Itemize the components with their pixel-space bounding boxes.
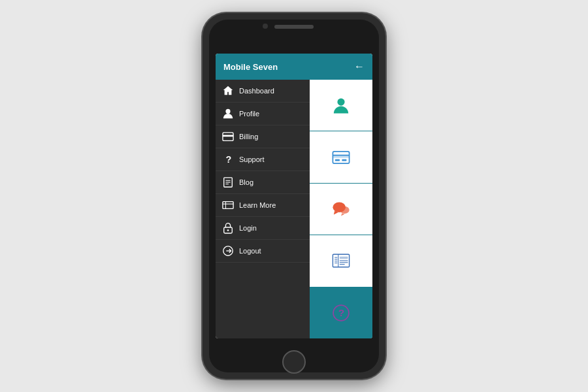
- menu-item-support[interactable]: ? Support: [216, 148, 310, 171]
- document-icon: [222, 176, 234, 188]
- svg-point-15: [337, 99, 344, 106]
- svg-rect-19: [335, 159, 340, 161]
- svg-text:?: ?: [225, 154, 231, 165]
- home-icon: [222, 85, 234, 97]
- phone-screen: Mobile Seven ←: [216, 54, 372, 338]
- menu-label-learn-more: Learn More: [239, 201, 276, 209]
- app-body: Dashboard Profile: [216, 80, 372, 338]
- phone-mockup: Mobile Seven ←: [203, 13, 385, 379]
- right-panel: ?: [310, 80, 372, 338]
- svg-point-22: [340, 206, 350, 214]
- menu-label-support: Support: [239, 155, 265, 163]
- menu-item-learn-more[interactable]: Learn More: [216, 194, 310, 217]
- phone-inner: Mobile Seven ←: [209, 20, 379, 372]
- question-icon: ?: [222, 154, 234, 165]
- menu-item-dashboard[interactable]: Dashboard: [216, 80, 310, 103]
- tile-profile[interactable]: [310, 80, 372, 131]
- svg-rect-8: [223, 202, 233, 209]
- tile-help[interactable]: ?: [310, 287, 372, 338]
- menu-item-blog[interactable]: Blog: [216, 171, 310, 194]
- menu-label-billing: Billing: [239, 133, 258, 140]
- menu-label-profile: Profile: [239, 110, 259, 118]
- menu-item-login[interactable]: Login: [216, 217, 310, 240]
- menu-item-profile[interactable]: Profile: [216, 103, 310, 125]
- menu-item-logout[interactable]: Logout: [216, 240, 310, 263]
- tile-blog[interactable]: [310, 235, 372, 287]
- app-header: Mobile Seven ←: [216, 54, 372, 80]
- svg-rect-2: [223, 135, 233, 137]
- menu-label-dashboard: Dashboard: [239, 87, 274, 95]
- svg-rect-20: [342, 159, 346, 161]
- credit-card-icon: [222, 131, 234, 142]
- menu-item-billing[interactable]: Billing: [216, 125, 310, 148]
- speaker: [274, 25, 314, 29]
- menu-label-blog: Blog: [239, 178, 253, 186]
- phone-body: Mobile Seven ←: [203, 13, 385, 379]
- app-title: Mobile Seven: [223, 62, 278, 72]
- person-icon: [222, 108, 234, 120]
- menu-label-login: Login: [239, 224, 257, 232]
- tile-support[interactable]: [310, 184, 372, 235]
- svg-rect-29: [340, 257, 348, 259]
- back-button[interactable]: ←: [354, 61, 365, 73]
- camera: [263, 24, 268, 29]
- sidebar: Dashboard Profile: [216, 80, 310, 338]
- home-button[interactable]: [282, 350, 306, 374]
- svg-point-0: [225, 109, 230, 114]
- svg-text:?: ?: [338, 307, 344, 318]
- lock-icon: [222, 222, 234, 234]
- tile-billing[interactable]: [310, 131, 372, 183]
- logout-icon: [222, 245, 234, 257]
- learn-more-icon: [222, 199, 234, 211]
- svg-point-12: [227, 229, 229, 231]
- menu-label-logout: Logout: [239, 247, 261, 255]
